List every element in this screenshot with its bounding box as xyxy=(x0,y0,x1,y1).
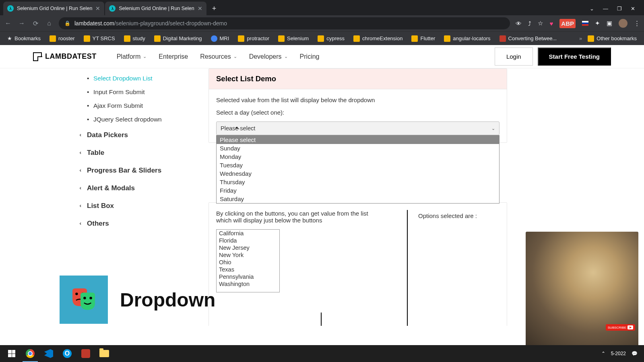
selected-value: Please select xyxy=(221,125,255,132)
option-tuesday[interactable]: Tuesday xyxy=(217,161,499,169)
option-california[interactable]: California xyxy=(217,230,279,237)
demo-description: Selected value from the list will displa… xyxy=(216,97,500,103)
option-florida[interactable]: Florida xyxy=(217,237,279,244)
browser-tab-1[interactable]: λ Selenium Grid Online | Run Selen ✕ xyxy=(3,2,104,15)
logo[interactable]: LAMBDATEST xyxy=(33,52,97,61)
tray-chevron-icon[interactable]: ⌃ xyxy=(601,351,605,356)
option-saturday[interactable]: Saturday xyxy=(217,195,499,203)
other-bookmarks[interactable]: Other bookmarks xyxy=(584,34,640,43)
extensions-icon[interactable]: ✦ xyxy=(595,20,600,27)
bookmark-study[interactable]: study xyxy=(121,34,149,43)
nav-enterprise[interactable]: Enterprise xyxy=(159,53,188,60)
nav-platform[interactable]: Platform⌄ xyxy=(117,53,147,60)
heart-icon[interactable]: ♥ xyxy=(549,20,553,27)
close-icon[interactable]: ✕ xyxy=(95,5,100,12)
close-icon[interactable]: ✕ xyxy=(198,5,202,12)
bookmark-chromeextension[interactable]: chromeExtension xyxy=(350,34,406,43)
sidebar-section-others[interactable]: ⌃Others xyxy=(80,215,204,232)
option-washington[interactable]: Washington xyxy=(217,280,279,288)
option-texas[interactable]: Texas xyxy=(217,266,279,273)
flag-icon[interactable] xyxy=(582,21,588,26)
browser-tab-2[interactable]: λ Selenium Grid Online | Run Selen ✕ xyxy=(105,2,206,15)
option-monday[interactable]: Monday xyxy=(217,152,499,161)
sidebar-section-alert[interactable]: ⌃Alert & Modals xyxy=(80,179,204,197)
tray-notification-icon[interactable]: 💬 xyxy=(632,351,638,356)
bookmark-selenium[interactable]: Selenium xyxy=(275,34,312,43)
option-ohio[interactable]: Ohio xyxy=(217,259,279,266)
maximize-icon[interactable]: ❐ xyxy=(617,6,622,12)
nav-resources[interactable]: Resources⌄ xyxy=(200,53,237,60)
address-bar[interactable]: 🔒 lambdatest.com/selenium-playground/sel… xyxy=(59,17,510,29)
option-friday[interactable]: Friday xyxy=(217,186,499,195)
sidebar-section-listbox[interactable]: ⌃List Box xyxy=(80,197,204,215)
url-path: /selenium-playground/select-dropdown-dem… xyxy=(114,20,227,27)
reload-icon[interactable]: ⟳ xyxy=(31,20,39,27)
bookmark-cypress[interactable]: cypress xyxy=(314,34,348,43)
bookmarks-overflow-icon[interactable]: » xyxy=(579,35,582,41)
option-sunday[interactable]: Sunday xyxy=(217,144,499,152)
panel-icon[interactable]: ▣ xyxy=(607,20,612,27)
taskbar-chrome[interactable] xyxy=(21,345,39,362)
taskbar-explorer[interactable] xyxy=(95,345,114,362)
overlay-title: Dropdown xyxy=(120,289,215,311)
sidebar-section-table[interactable]: ⌃Table xyxy=(80,144,204,162)
sidebar-section-progress[interactable]: ⌃Progress Bar & Sliders xyxy=(80,162,204,179)
option-pennsylvania[interactable]: Pennsylvania xyxy=(217,273,279,280)
sidebar-section-data-pickers[interactable]: ⌃Data Pickers xyxy=(80,126,204,144)
nav-pricing[interactable]: Pricing xyxy=(300,53,320,60)
tab-bar: λ Selenium Grid Online | Run Selen ✕ λ S… xyxy=(0,0,644,15)
option-newjersey[interactable]: New Jersey xyxy=(217,244,279,251)
menu-icon[interactable]: ⋮ xyxy=(634,20,640,27)
start-free-testing-button[interactable]: Start Free Testing xyxy=(538,47,611,66)
taskbar-vscode[interactable] xyxy=(39,345,58,362)
sidebar-item-ajax-form[interactable]: Ajax Form Submit xyxy=(80,99,204,113)
taskbar-camtasia[interactable] xyxy=(76,345,95,362)
home-icon[interactable]: ⌂ xyxy=(45,20,53,27)
share-icon[interactable]: ⤴ xyxy=(528,20,531,27)
multi-select-card: By clicking on the buttons, you can get … xyxy=(208,202,507,326)
option-wednesday[interactable]: Wednesday xyxy=(217,169,499,178)
bookmark-mri[interactable]: MRI xyxy=(208,34,233,43)
login-button[interactable]: Login xyxy=(495,47,533,66)
option-thursday[interactable]: Thursday xyxy=(217,178,499,186)
logo-icon xyxy=(33,52,42,61)
new-tab-button[interactable]: + xyxy=(207,4,221,13)
day-select[interactable]: Please select ⌄ xyxy=(216,121,500,135)
profile-avatar[interactable] xyxy=(619,19,627,28)
sidebar-item-select-dropdown[interactable]: Select Dropdown List xyxy=(80,72,204,85)
bookmark-ytsrcs[interactable]: YT SRCS xyxy=(80,34,118,43)
sidebar-item-input-form[interactable]: Input Form Submit xyxy=(80,85,204,99)
result-label: Options selected are : xyxy=(418,212,500,219)
chevron-down-icon: ⌄ xyxy=(284,54,288,59)
sidebar-item-jquery-select[interactable]: JQuery Select dropdown xyxy=(80,113,204,126)
close-window-icon[interactable]: ✕ xyxy=(631,6,635,12)
chevron-down-icon: ⌄ xyxy=(491,126,495,131)
bookmark-flutter[interactable]: Flutter xyxy=(408,34,438,43)
star-icon[interactable]: ☆ xyxy=(538,20,543,27)
bookmark-protractor[interactable]: protractor xyxy=(235,34,272,43)
minimize-icon[interactable]: — xyxy=(603,6,608,12)
chevron-right-icon: ⌃ xyxy=(79,186,85,190)
bookmark-digital-marketing[interactable]: Digital Marketing xyxy=(151,34,205,43)
main-panel: Select List Demo Selected value from the… xyxy=(208,68,507,326)
multi-instruction-2: which will display just below the button… xyxy=(216,217,399,224)
tab-favicon: λ xyxy=(7,5,14,12)
bookmark-converting[interactable]: Converting Betwee... xyxy=(496,34,560,43)
forward-icon[interactable]: → xyxy=(18,20,26,27)
bookmark-rooster[interactable]: rooster xyxy=(46,34,78,43)
eye-off-icon[interactable]: 👁 xyxy=(516,20,522,27)
nav-developers[interactable]: Developers⌄ xyxy=(249,53,288,60)
chevron-down-icon[interactable]: ⌄ xyxy=(590,6,594,12)
back-icon[interactable]: ← xyxy=(4,20,12,27)
option-please-select[interactable]: Please select xyxy=(217,136,499,144)
chevron-right-icon: ⌃ xyxy=(79,204,85,208)
state-multiselect[interactable]: California Florida New Jersey New York O… xyxy=(216,229,280,292)
url-domain: lambdatest.com xyxy=(74,20,114,27)
bookmark-angular-locators[interactable]: angular-locators xyxy=(441,34,493,43)
system-tray: ⌃ 5-2022 💬 xyxy=(601,351,642,356)
option-newyork[interactable]: New York xyxy=(217,251,279,259)
taskbar-app-o[interactable]: O xyxy=(58,345,76,362)
start-button[interactable] xyxy=(2,345,21,362)
abp-icon[interactable]: ABP xyxy=(559,19,576,28)
bookmark-bookmarks[interactable]: ★Bookmarks xyxy=(4,34,44,43)
